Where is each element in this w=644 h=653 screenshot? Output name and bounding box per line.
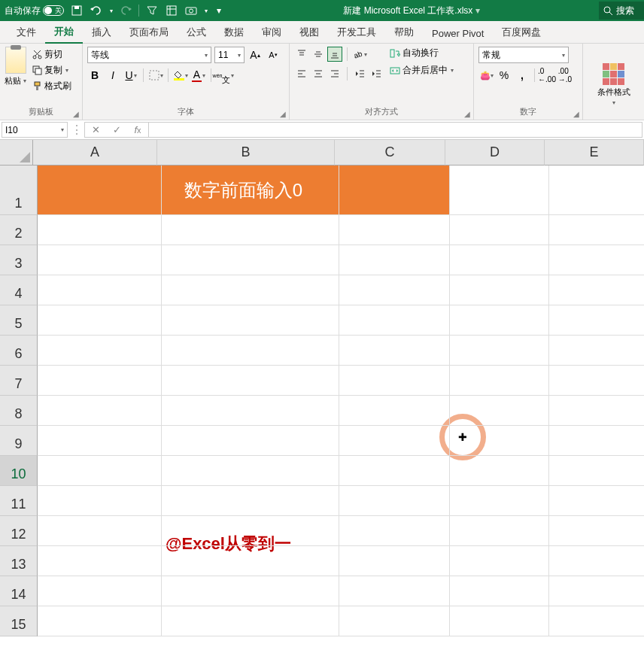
cell[interactable] — [450, 275, 549, 305]
conditional-format-icon[interactable] — [603, 63, 624, 85]
cell[interactable] — [162, 305, 339, 336]
cell[interactable] — [339, 166, 450, 215]
cell[interactable] — [339, 426, 450, 456]
redo-button[interactable] — [119, 4, 132, 17]
cell[interactable] — [450, 396, 549, 426]
cell[interactable] — [339, 275, 450, 305]
cell[interactable] — [450, 486, 549, 516]
row-header-13[interactable]: 13 — [0, 546, 38, 576]
italic-button[interactable]: I — [105, 68, 120, 83]
row-header-12[interactable]: 12 — [0, 516, 38, 546]
format-painter-button[interactable]: 格式刷 — [32, 80, 71, 93]
align-dialog-launcher[interactable]: ◢ — [463, 109, 472, 118]
tab-home[interactable]: 开始 — [45, 20, 83, 44]
cell[interactable] — [38, 166, 162, 215]
comma-button[interactable]: , — [515, 68, 530, 83]
cell[interactable] — [450, 606, 549, 636]
cell[interactable] — [38, 426, 162, 456]
cell[interactable] — [38, 516, 162, 546]
name-box[interactable]: I10▾ — [2, 122, 68, 138]
cell[interactable] — [162, 576, 339, 606]
cell[interactable] — [162, 245, 339, 275]
decrease-font-button[interactable]: A▾ — [266, 47, 281, 62]
cell[interactable] — [339, 245, 450, 275]
cell[interactable] — [38, 215, 162, 245]
row-header-5[interactable]: 5 — [0, 305, 38, 336]
cell[interactable] — [38, 336, 162, 366]
save-icon[interactable] — [70, 4, 84, 17]
col-header-B[interactable]: B — [157, 140, 335, 166]
cell[interactable] — [450, 546, 549, 576]
cell[interactable] — [450, 215, 549, 245]
autosave-toggle[interactable]: 自动保存 关 — [5, 5, 64, 17]
decrease-indent-button[interactable] — [352, 66, 367, 81]
cell[interactable] — [339, 336, 450, 366]
row-header-2[interactable]: 2 — [0, 215, 38, 245]
cell[interactable] — [162, 426, 339, 456]
cell[interactable] — [162, 546, 339, 576]
cancel-formula-button[interactable]: ✕ — [85, 124, 106, 135]
cell[interactable] — [162, 336, 339, 366]
number-format-combo[interactable]: 常规▾ — [478, 47, 569, 63]
undo-button[interactable] — [90, 4, 103, 17]
select-all-corner[interactable] — [0, 140, 33, 166]
tab-review[interactable]: 审阅 — [253, 21, 290, 43]
tab-insert[interactable]: 插入 — [83, 21, 120, 43]
row-header-10[interactable]: 10 — [0, 456, 38, 486]
cell[interactable] — [450, 516, 549, 546]
filter-icon[interactable] — [145, 4, 159, 17]
cell[interactable] — [450, 305, 549, 336]
row-header-4[interactable]: 4 — [0, 275, 38, 305]
increase-indent-button[interactable] — [369, 66, 384, 81]
cell[interactable] — [549, 305, 644, 336]
cell[interactable] — [549, 516, 644, 546]
cell[interactable] — [450, 426, 549, 456]
cell[interactable] — [549, 606, 644, 636]
cell[interactable] — [549, 366, 644, 396]
cell[interactable] — [339, 546, 450, 576]
tab-powerpivot[interactable]: Power Pivot — [423, 23, 493, 43]
camera-icon[interactable] — [184, 4, 198, 17]
merge-center-button[interactable]: 合并后居中▾ — [390, 64, 454, 77]
font-name-combo[interactable]: 等线▾ — [87, 47, 211, 63]
cell[interactable] — [339, 215, 450, 245]
cell[interactable] — [162, 486, 339, 516]
row-header-1[interactable]: 1 — [0, 166, 38, 215]
bold-button[interactable]: B — [87, 68, 102, 83]
cut-button[interactable]: 剪切 — [32, 48, 71, 61]
cell[interactable] — [549, 275, 644, 305]
search-box[interactable]: 搜索 — [599, 2, 644, 20]
cell[interactable] — [450, 245, 549, 275]
cell[interactable] — [549, 546, 644, 576]
cell[interactable] — [549, 396, 644, 426]
align-right-button[interactable] — [327, 66, 342, 81]
sheet-icon[interactable] — [165, 4, 178, 17]
align-left-button[interactable] — [294, 66, 309, 81]
number-dialog-launcher[interactable]: ◢ — [572, 109, 581, 118]
cell[interactable] — [450, 336, 549, 366]
enter-formula-button[interactable]: ✓ — [106, 124, 127, 135]
cell[interactable] — [162, 396, 339, 426]
phonetic-button[interactable]: wén文▾ — [216, 68, 231, 83]
col-header-C[interactable]: C — [335, 140, 445, 166]
cell[interactable] — [38, 606, 162, 636]
align-top-button[interactable] — [294, 47, 309, 62]
paste-button[interactable] — [5, 47, 26, 74]
row-header-11[interactable]: 11 — [0, 486, 38, 516]
cell[interactable] — [339, 456, 450, 486]
cell[interactable] — [38, 576, 162, 606]
copy-button[interactable]: 复制▾ — [32, 64, 71, 77]
cell[interactable] — [549, 486, 644, 516]
cell[interactable] — [450, 576, 549, 606]
font-dialog-launcher[interactable]: ◢ — [278, 109, 287, 118]
decrease-decimal-button[interactable]: .00→.0 — [557, 68, 573, 83]
cell[interactable] — [162, 516, 339, 546]
cell[interactable] — [450, 366, 549, 396]
tab-file[interactable]: 文件 — [8, 21, 45, 43]
cell[interactable] — [38, 275, 162, 305]
cell[interactable] — [38, 366, 162, 396]
col-header-A[interactable]: A — [33, 140, 157, 166]
tab-formulas[interactable]: 公式 — [178, 21, 215, 43]
cell[interactable] — [549, 576, 644, 606]
cell[interactable] — [38, 486, 162, 516]
